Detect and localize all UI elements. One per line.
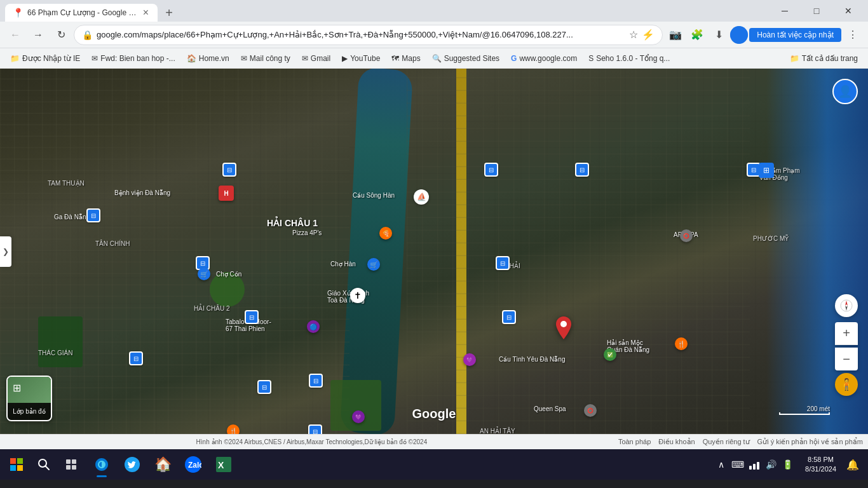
footer-link-toanphap[interactable]: Toàn pháp bbox=[618, 438, 651, 446]
transit-marker-1[interactable]: ⊟ bbox=[222, 163, 236, 177]
tray-chevron[interactable]: ∧ bbox=[715, 458, 728, 471]
footer-link-quyenriengtu[interactable]: Quyền riêng tư bbox=[703, 438, 750, 446]
marker-chohan[interactable]: 🛒 bbox=[367, 258, 380, 271]
taskbar-edge-browser[interactable] bbox=[88, 451, 116, 478]
notification-button[interactable]: 🔔 bbox=[843, 454, 863, 475]
download-button[interactable]: ⬇ bbox=[709, 25, 729, 45]
transit-marker-4[interactable]: ⊟ bbox=[496, 256, 510, 270]
marker-food3[interactable]: 🍴 bbox=[227, 424, 240, 434]
performance-icon[interactable]: ⚡ bbox=[642, 29, 654, 41]
transit-marker-6[interactable]: ⊟ bbox=[257, 380, 271, 394]
bookmark-item-gmail[interactable]: ✉ Gmail bbox=[297, 51, 336, 65]
marker-green1[interactable]: ✅ bbox=[604, 348, 616, 361]
taskbar: 🏠 Zalo X ∧ ⌨ 🔊 🔋 8:58 PM 8/31/2024 🔔 bbox=[0, 449, 868, 480]
bookmark-label: Suggested Sites bbox=[444, 54, 499, 63]
google-icon: G bbox=[511, 54, 517, 63]
user-avatar[interactable]: 👤 bbox=[832, 79, 858, 104]
bookmark-item-home[interactable]: 🏠 Home.vn bbox=[182, 51, 234, 65]
marker-pizza4p[interactable]: 🍕 bbox=[379, 227, 392, 240]
minimize-button[interactable]: ─ bbox=[770, 0, 799, 22]
bookmark-item-suggested[interactable]: 🔍 Suggested Sites bbox=[427, 51, 505, 65]
layer-switcher[interactable]: ⊞ Lớp bản đồ bbox=[6, 376, 52, 421]
close-button[interactable]: ✕ bbox=[834, 0, 863, 22]
clock-date: 8/31/2024 bbox=[805, 464, 836, 474]
main-location-pin[interactable] bbox=[556, 316, 571, 337]
zoom-out-button[interactable]: − bbox=[835, 348, 858, 370]
tray-sound[interactable]: 🔊 bbox=[764, 458, 777, 471]
bookmark-label: Seho 1.6.0 - Tổng q... bbox=[596, 54, 670, 63]
tray-keyboard[interactable]: ⌨ bbox=[731, 458, 744, 471]
marker-grid-topright[interactable]: ⊞ bbox=[759, 163, 774, 178]
screenshot-button[interactable]: 📷 bbox=[665, 25, 686, 45]
tab-close-button[interactable]: × bbox=[142, 6, 150, 19]
menu-button[interactable]: ⋮ bbox=[843, 25, 863, 45]
transit-marker-7[interactable]: ⊟ bbox=[308, 424, 322, 434]
marker-arispa[interactable]: ⭕ bbox=[680, 229, 693, 242]
marker-hospital[interactable]: H bbox=[219, 186, 234, 201]
marker-church[interactable]: ✝ bbox=[350, 288, 365, 303]
transit-marker-12[interactable]: ⊟ bbox=[484, 163, 498, 177]
pegman-button[interactable]: 🧍 bbox=[835, 373, 858, 396]
streetview-control[interactable]: 🧍 bbox=[835, 373, 858, 396]
start-button[interactable] bbox=[5, 453, 28, 476]
transit-marker-2[interactable]: ⊟ bbox=[86, 208, 100, 222]
toolbar-actions: 📷 🧩 ⬇ Hoàn tất việc cập nhật ⋮ bbox=[665, 25, 863, 45]
marker-cautinh[interactable]: 💜 bbox=[463, 353, 476, 366]
svg-rect-12 bbox=[66, 465, 71, 470]
transit-marker-11[interactable]: ⊟ bbox=[575, 163, 589, 177]
marker-chocon[interactable]: 🛒 bbox=[198, 268, 210, 280]
bookmark-item-maps[interactable]: 🗺 Maps bbox=[386, 51, 425, 65]
seho-icon: S bbox=[588, 54, 593, 63]
marker-causonghan[interactable]: ⛵ bbox=[414, 189, 429, 205]
maximize-button[interactable]: □ bbox=[802, 0, 831, 22]
compass-button[interactable] bbox=[835, 294, 858, 317]
extensions-button[interactable]: 🧩 bbox=[687, 25, 707, 45]
tray-network[interactable] bbox=[748, 458, 761, 471]
taskbar-zalo[interactable]: Zalo bbox=[179, 451, 207, 478]
svg-text:Zalo: Zalo bbox=[188, 461, 201, 470]
search-taskbar-button[interactable] bbox=[31, 453, 57, 476]
collapse-panel-button[interactable]: ❯ bbox=[0, 236, 11, 267]
back-button[interactable]: ← bbox=[5, 25, 25, 45]
reload-button[interactable]: ↻ bbox=[51, 25, 71, 45]
marker-tabalo[interactable]: 🔵 bbox=[307, 320, 320, 333]
transit-marker-14[interactable]: ⊟ bbox=[129, 351, 143, 365]
bookmark-item-fwd[interactable]: ✉ Fwd: Bien ban hop -... bbox=[86, 51, 180, 65]
taskbar-excel[interactable]: X bbox=[210, 451, 238, 478]
taskbar-twitter[interactable] bbox=[118, 451, 146, 478]
layer-label: Lớp bản đồ bbox=[8, 403, 51, 420]
bookmark-item-google[interactable]: G www.google.com bbox=[506, 51, 582, 65]
active-tab[interactable]: 📍 66 Phạm Cự Lượng - Google M... × bbox=[5, 4, 158, 22]
address-bar[interactable]: 🔒 google.com/maps/place/66+Phạm+Cự+Lượng… bbox=[74, 25, 663, 45]
taskbar-home-app[interactable]: 🏠 bbox=[149, 451, 177, 478]
footer-link-dieukoan[interactable]: Điều khoản bbox=[658, 438, 695, 446]
svg-rect-4 bbox=[10, 458, 16, 464]
bookmark-item-youtube[interactable]: ▶ YouTube bbox=[337, 51, 385, 65]
new-tab-button[interactable]: + bbox=[160, 4, 178, 22]
footer-link-guiyikie[interactable]: Gửi ý kiến phản hội về sản phẩm bbox=[757, 438, 863, 446]
transit-marker-5[interactable]: ⊟ bbox=[502, 310, 516, 324]
taskview-button[interactable] bbox=[60, 453, 83, 476]
maps-icon: 🗺 bbox=[391, 54, 399, 63]
map-container[interactable]: HẢI CHÂU 1 TAM THUẬN Bệnh viện Đà Nẵng G… bbox=[0, 69, 868, 434]
system-clock[interactable]: 8:58 PM 8/31/2024 bbox=[801, 454, 840, 476]
marker-queenspa[interactable]: ⭕ bbox=[584, 404, 597, 417]
all-bookmarks-button[interactable]: 📁 Tất cả dấu trang bbox=[785, 51, 863, 65]
bookmark-item-ie[interactable]: 📁 Được Nhập từ IE bbox=[5, 51, 85, 65]
city-grid-right bbox=[407, 69, 750, 434]
window-controls: ─ □ ✕ bbox=[770, 0, 863, 22]
layer-preview: ⊞ bbox=[8, 377, 51, 403]
marker-congvien[interactable]: 💜 bbox=[352, 410, 365, 423]
marker-haisanmoc[interactable]: 🍴 bbox=[675, 337, 688, 350]
zoom-in-button[interactable]: + bbox=[835, 322, 858, 345]
forward-button[interactable]: → bbox=[28, 25, 48, 45]
transit-marker-15[interactable]: ⊟ bbox=[309, 374, 323, 388]
bookmark-item-mail-cty[interactable]: ✉ Mail công ty bbox=[236, 51, 295, 65]
profile-button[interactable] bbox=[730, 26, 748, 44]
transit-marker-16[interactable]: ⊟ bbox=[245, 310, 259, 324]
bookmark-item-seho[interactable]: S Seho 1.6.0 - Tổng q... bbox=[583, 51, 675, 65]
update-button[interactable]: Hoàn tất việc cập nhật bbox=[749, 28, 841, 42]
bookmark-star-icon[interactable]: ☆ bbox=[629, 29, 638, 41]
tray-battery[interactable]: 🔋 bbox=[781, 458, 794, 471]
home-icon: 🏠 bbox=[187, 54, 196, 63]
